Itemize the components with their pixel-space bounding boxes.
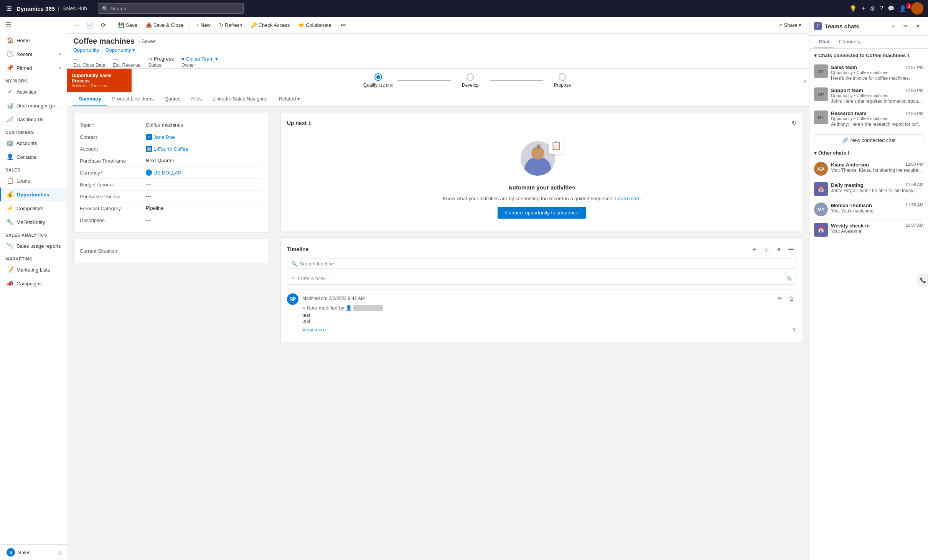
sidebar-item-marketing-lists[interactable]: 📝 Marketing Lists [0,263,67,277]
sidebar-item-home[interactable]: 🏠 Home [0,33,67,47]
sidebar-item-competitors[interactable]: ⚡ Competitors [0,201,67,215]
campaigns-icon: 📣 [7,280,13,287]
sidebar-item-opportunities[interactable]: 💰 Opportunities [0,188,67,201]
more-button[interactable]: ••• [337,20,350,30]
sidebar-item-pinned[interactable]: 📌 Pinned ▾ [0,61,67,75]
refresh-button[interactable]: ↻ Refresh [215,20,246,30]
tab-product-line-items[interactable]: Product Line Items [107,92,159,106]
activities-icon: ✓ [7,88,13,95]
settings-icon[interactable]: ⚙ [870,5,875,12]
share-button[interactable]: ↗ Share ▾ [774,20,805,30]
sidebar-item-campaigns[interactable]: 📣 Campaigns [0,277,67,290]
chat-kiana[interactable]: KA Kiana Anderson 12:08 PM You: Thanks, … [814,159,923,179]
teams-filter-button[interactable]: ≡ [888,21,899,31]
purchase-process-value[interactable]: --- [146,193,262,199]
check-access-button[interactable]: 🔑 Check Access [247,20,294,30]
teams-tab-chat[interactable]: Chat [814,36,834,48]
timeline-more-button[interactable]: ••• [786,244,796,255]
sidebar-item-dashboards[interactable]: 📈 Dashboards [0,112,67,126]
stage-prev-button[interactable]: ‹ [70,76,73,84]
currency-value[interactable]: 🌐 US DOLLAR [146,170,262,176]
document-button[interactable]: 📄 [84,19,96,31]
collab-team-value[interactable]: ■ Collab Team ▾ [181,56,218,62]
timeline-delete-button[interactable]: 🗑 [786,293,796,303]
feedback-icon[interactable]: 💬 [888,5,894,12]
chat-sales-team[interactable]: ST Sales team 12:57 PM Opportunity • Cof… [814,61,923,84]
chat-research-team[interactable]: RT Research team 12:53 PM Opportunity • … [814,107,923,130]
upnext-refresh-icon[interactable]: ↻ [791,119,796,127]
budget-value[interactable]: --- [146,181,262,187]
sidebar-item-leads[interactable]: 📋 Leads [0,174,67,188]
tab-linkedin[interactable]: LinkedIn Sales Navigator [207,92,274,106]
description-value[interactable]: --- [146,217,262,223]
stage-qualify[interactable]: Qualify (12 Mo) [359,73,397,88]
add-icon[interactable]: + [862,5,865,12]
connect-opportunity-button[interactable]: Connect opportunity to sequence [498,207,586,219]
sidebar-item-metestentity[interactable]: 🔧 MeTestEntity [0,215,67,229]
info-icon[interactable]: ℹ [907,53,909,58]
learn-more-link[interactable]: Learn more [615,196,641,201]
timeline-filter-button[interactable]: ▽ [761,244,772,255]
search-bar[interactable]: 🔍 Search [98,3,244,14]
waffle-menu[interactable]: ⊞ [5,3,13,14]
timeline-note-input[interactable]: ✏ Enter a note... 📎 [287,272,796,285]
tab-summary[interactable]: Summary [73,92,107,106]
teams-tab-channels[interactable]: Channels [834,36,865,48]
tab-related[interactable]: Related ▾ [274,92,306,106]
save-button[interactable]: 💾 Save [114,20,141,30]
tab-quotes[interactable]: Quotes [159,92,186,106]
purchase-timeframe-value[interactable]: Next Quarter [146,158,262,163]
stage-next-button[interactable]: › [804,76,806,84]
sidebar-item-label: Dashboards [16,117,43,122]
account-value[interactable]: 🏢 1-Fourth Coffee [146,146,262,152]
stage-propose[interactable]: Propose [543,73,582,88]
clipboard-icon: 📋 [549,137,563,154]
chat-monica[interactable]: MT Monica Thomson 11:56 AM You: You're w… [814,199,923,220]
save-close-button[interactable]: 📥 Save & Close [142,20,188,30]
sidebar-toggle[interactable]: ☰ [0,17,67,33]
chat-support-team[interactable]: SP Support team 12:53 PM Opportunity • C… [814,84,923,107]
sidebar-item-sales-usage[interactable]: 📉 Sales usage reports [0,239,67,253]
view-more-button[interactable]: View more ∨ [302,324,796,333]
breadcrumb-opportunity2[interactable]: Opportunity ▾ [105,47,135,53]
stage-develop[interactable]: Develop [451,73,490,88]
chat-daily-meeting[interactable]: 📅 Daily meeting 11:58 AM John: Hey all, … [814,179,923,199]
back-button[interactable]: ← [71,19,83,31]
save-close-icon: 📥 [146,22,152,28]
upnext-info-icon[interactable]: ℹ [309,120,311,126]
sidebar-item-deal-manager[interactable]: 📊 Deal manager (pr... [0,99,67,112]
sidebar-bottom-sales[interactable]: S Sales ◇ [0,544,67,560]
timeline-sort-button[interactable]: ≡ [773,244,784,255]
teams-close-button[interactable]: ✕ [913,21,923,31]
upnext-description: Know what your activities are by connect… [443,195,641,202]
new-button[interactable]: + New [192,20,214,30]
paperclip-icon[interactable]: 📎 [786,275,792,281]
timeline-search-input[interactable] [300,261,792,267]
user-icon[interactable]: 👤 [899,5,907,12]
tab-files[interactable]: Files [186,92,207,106]
phone-tab[interactable]: 📞 [918,275,928,286]
sidebar-item-recent[interactable]: 🕐 Recent ▾ [0,47,67,61]
forecast-value[interactable]: Pipeline [146,205,262,211]
contact-value[interactable]: ☺ Jane Doe [146,134,262,140]
sidebar-item-contacts[interactable]: 👤 Contacts [0,150,67,164]
teams-compose-button[interactable]: ✏ [900,21,911,31]
topic-value[interactable]: Coffee machines [146,122,262,128]
help-icon[interactable]: ? [880,5,883,12]
chat-weekly-checkin[interactable]: 📅 Weekly check-in 10:07 AM You: Awesome! [814,220,923,240]
info-icon[interactable]: ℹ [847,150,849,156]
chat-preview: John: Here's the required information ab… [831,99,923,104]
refresh-page-button[interactable]: ⟳ [97,19,109,31]
timeline-edit-button[interactable]: ✏ [775,293,785,303]
new-connected-chat-button[interactable]: 🔗 New connected chat [814,134,923,146]
section-header-marketing: Marketing [0,253,67,263]
lightbulb-icon[interactable]: 💡 [849,5,857,12]
timeline-add-button[interactable]: + [749,244,760,255]
timeline-search[interactable]: 🔍 [287,259,796,269]
sidebar-item-activities[interactable]: ✓ Activities [0,85,67,99]
process-label[interactable]: Opportunity Sales Process Active for 12 … [67,69,132,92]
avatar[interactable] [911,2,923,15]
collaborate-button[interactable]: 🤝 Collaborate [294,20,335,30]
sidebar-item-accounts[interactable]: 🏢 Accounts [0,136,67,150]
breadcrumb-opportunity1[interactable]: Opportunity [73,47,99,53]
